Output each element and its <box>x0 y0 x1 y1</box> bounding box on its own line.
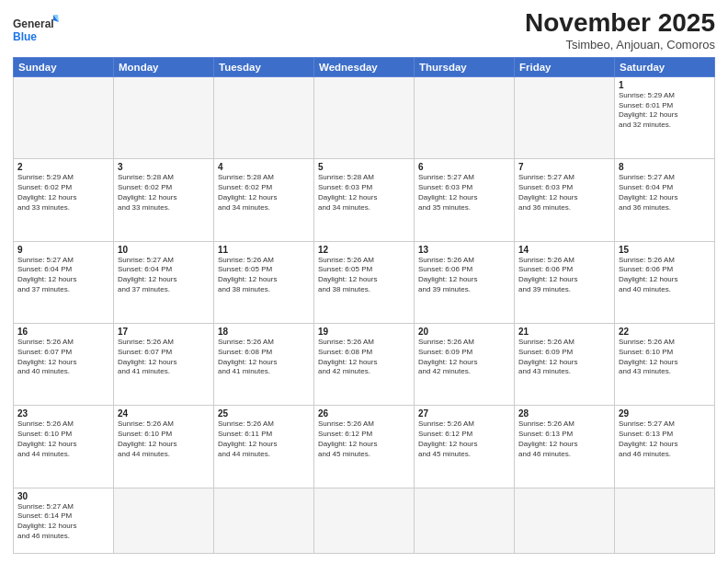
page: General Blue November 2025 Tsimbeo, Anjo… <box>0 0 728 563</box>
day-number: 3 <box>118 162 210 172</box>
day-info: Sunrise: 5:26 AM Sunset: 6:05 PM Dayligh… <box>318 256 410 295</box>
day-number: 19 <box>318 327 410 337</box>
table-row <box>114 488 214 553</box>
table-row: 13Sunrise: 5:26 AM Sunset: 6:06 PM Dayli… <box>415 241 515 323</box>
day-info: Sunrise: 5:26 AM Sunset: 6:09 PM Dayligh… <box>518 338 610 377</box>
table-row: 2Sunrise: 5:29 AM Sunset: 6:02 PM Daylig… <box>14 159 114 241</box>
day-number: 21 <box>518 327 610 337</box>
day-info: Sunrise: 5:26 AM Sunset: 6:07 PM Dayligh… <box>17 338 109 377</box>
table-row: 29Sunrise: 5:27 AM Sunset: 6:13 PM Dayli… <box>615 406 715 488</box>
day-info: Sunrise: 5:26 AM Sunset: 6:12 PM Dayligh… <box>418 419 510 459</box>
col-monday: Monday <box>114 57 214 76</box>
day-info: Sunrise: 5:26 AM Sunset: 6:08 PM Dayligh… <box>218 338 310 377</box>
day-number: 8 <box>619 162 711 172</box>
day-info: Sunrise: 5:27 AM Sunset: 6:03 PM Dayligh… <box>418 173 510 213</box>
calendar-table: Sunday Monday Tuesday Wednesday Thursday… <box>13 57 715 554</box>
day-info: Sunrise: 5:26 AM Sunset: 6:07 PM Dayligh… <box>118 338 210 377</box>
day-info: Sunrise: 5:26 AM Sunset: 6:10 PM Dayligh… <box>619 338 711 377</box>
table-row: 18Sunrise: 5:26 AM Sunset: 6:08 PM Dayli… <box>214 323 314 405</box>
week-row-2: 9Sunrise: 5:27 AM Sunset: 6:04 PM Daylig… <box>14 241 715 323</box>
table-row: 24Sunrise: 5:26 AM Sunset: 6:10 PM Dayli… <box>114 406 214 488</box>
day-number: 5 <box>318 162 410 172</box>
day-info: Sunrise: 5:27 AM Sunset: 6:04 PM Dayligh… <box>619 173 711 213</box>
table-row <box>415 488 515 553</box>
day-info: Sunrise: 5:27 AM Sunset: 6:14 PM Dayligh… <box>17 502 109 542</box>
table-row: 6Sunrise: 5:27 AM Sunset: 6:03 PM Daylig… <box>415 159 515 241</box>
table-row: 16Sunrise: 5:26 AM Sunset: 6:07 PM Dayli… <box>14 323 114 405</box>
day-number: 7 <box>518 162 610 172</box>
calendar-subtitle: Tsimbeo, Anjouan, Comoros <box>525 38 715 52</box>
day-info: Sunrise: 5:26 AM Sunset: 6:08 PM Dayligh… <box>318 338 410 377</box>
day-info: Sunrise: 5:26 AM Sunset: 6:10 PM Dayligh… <box>17 419 109 459</box>
title-block: November 2025 Tsimbeo, Anjouan, Comoros <box>525 9 715 52</box>
table-row: 4Sunrise: 5:28 AM Sunset: 6:02 PM Daylig… <box>214 159 314 241</box>
table-row: 12Sunrise: 5:26 AM Sunset: 6:05 PM Dayli… <box>314 241 415 323</box>
table-row: 11Sunrise: 5:26 AM Sunset: 6:05 PM Dayli… <box>214 241 314 323</box>
day-number: 26 <box>318 408 410 419</box>
day-info: Sunrise: 5:29 AM Sunset: 6:02 PM Dayligh… <box>17 173 109 213</box>
day-info: Sunrise: 5:27 AM Sunset: 6:03 PM Dayligh… <box>518 173 610 213</box>
table-row <box>314 76 415 158</box>
day-number: 20 <box>418 327 510 337</box>
table-row <box>415 76 515 158</box>
day-info: Sunrise: 5:28 AM Sunset: 6:03 PM Dayligh… <box>318 173 410 213</box>
table-row: 22Sunrise: 5:26 AM Sunset: 6:10 PM Dayli… <box>615 323 715 405</box>
day-number: 30 <box>17 491 109 501</box>
table-row: 5Sunrise: 5:28 AM Sunset: 6:03 PM Daylig… <box>314 159 415 241</box>
day-info: Sunrise: 5:27 AM Sunset: 6:04 PM Dayligh… <box>17 256 109 295</box>
day-number: 12 <box>318 245 410 255</box>
day-info: Sunrise: 5:26 AM Sunset: 6:12 PM Dayligh… <box>318 419 410 459</box>
week-row-4: 23Sunrise: 5:26 AM Sunset: 6:10 PM Dayli… <box>14 406 715 488</box>
day-number: 23 <box>17 408 109 419</box>
table-row <box>314 488 415 553</box>
table-row: 20Sunrise: 5:26 AM Sunset: 6:09 PM Dayli… <box>415 323 515 405</box>
day-info: Sunrise: 5:26 AM Sunset: 6:09 PM Dayligh… <box>418 338 510 377</box>
week-row-1: 2Sunrise: 5:29 AM Sunset: 6:02 PM Daylig… <box>14 159 715 241</box>
table-row: 28Sunrise: 5:26 AM Sunset: 6:13 PM Dayli… <box>515 406 615 488</box>
day-info: Sunrise: 5:27 AM Sunset: 6:13 PM Dayligh… <box>619 419 711 459</box>
table-row: 1Sunrise: 5:29 AM Sunset: 6:01 PM Daylig… <box>615 76 715 158</box>
day-number: 1 <box>619 80 711 90</box>
day-number: 13 <box>418 245 510 255</box>
calendar-title: November 2025 <box>525 9 715 38</box>
table-row: 8Sunrise: 5:27 AM Sunset: 6:04 PM Daylig… <box>615 159 715 241</box>
table-row <box>14 76 114 158</box>
logo: General Blue <box>13 13 59 48</box>
col-tuesday: Tuesday <box>214 57 314 76</box>
day-info: Sunrise: 5:26 AM Sunset: 6:05 PM Dayligh… <box>218 256 310 295</box>
col-saturday: Saturday <box>615 57 715 76</box>
day-number: 18 <box>218 327 310 337</box>
week-row-0: 1Sunrise: 5:29 AM Sunset: 6:01 PM Daylig… <box>14 76 715 158</box>
day-info: Sunrise: 5:26 AM Sunset: 6:13 PM Dayligh… <box>518 419 610 459</box>
col-wednesday: Wednesday <box>314 57 415 76</box>
table-row: 30Sunrise: 5:27 AM Sunset: 6:14 PM Dayli… <box>14 488 114 553</box>
table-row: 10Sunrise: 5:27 AM Sunset: 6:04 PM Dayli… <box>114 241 214 323</box>
table-row <box>114 76 214 158</box>
table-row <box>214 76 314 158</box>
table-row: 26Sunrise: 5:26 AM Sunset: 6:12 PM Dayli… <box>314 406 415 488</box>
day-number: 6 <box>418 162 510 172</box>
day-info: Sunrise: 5:26 AM Sunset: 6:11 PM Dayligh… <box>218 419 310 459</box>
day-number: 16 <box>17 327 109 337</box>
table-row: 19Sunrise: 5:26 AM Sunset: 6:08 PM Dayli… <box>314 323 415 405</box>
day-number: 28 <box>518 408 610 419</box>
table-row: 25Sunrise: 5:26 AM Sunset: 6:11 PM Dayli… <box>214 406 314 488</box>
table-row <box>515 488 615 553</box>
col-thursday: Thursday <box>415 57 515 76</box>
table-row <box>615 488 715 553</box>
day-info: Sunrise: 5:26 AM Sunset: 6:06 PM Dayligh… <box>619 256 711 295</box>
day-number: 29 <box>619 408 711 419</box>
table-row: 23Sunrise: 5:26 AM Sunset: 6:10 PM Dayli… <box>14 406 114 488</box>
logo-svg: General Blue <box>13 13 59 48</box>
day-number: 9 <box>17 245 109 255</box>
svg-text:General: General <box>13 17 54 30</box>
table-row <box>214 488 314 553</box>
table-row: 15Sunrise: 5:26 AM Sunset: 6:06 PM Dayli… <box>615 241 715 323</box>
day-number: 25 <box>218 408 310 419</box>
svg-text:Blue: Blue <box>13 30 37 43</box>
calendar-header-row: Sunday Monday Tuesday Wednesday Thursday… <box>14 57 715 76</box>
week-row-3: 16Sunrise: 5:26 AM Sunset: 6:07 PM Dayli… <box>14 323 715 405</box>
day-info: Sunrise: 5:29 AM Sunset: 6:01 PM Dayligh… <box>619 91 711 131</box>
day-info: Sunrise: 5:26 AM Sunset: 6:10 PM Dayligh… <box>118 419 210 459</box>
table-row: 17Sunrise: 5:26 AM Sunset: 6:07 PM Dayli… <box>114 323 214 405</box>
